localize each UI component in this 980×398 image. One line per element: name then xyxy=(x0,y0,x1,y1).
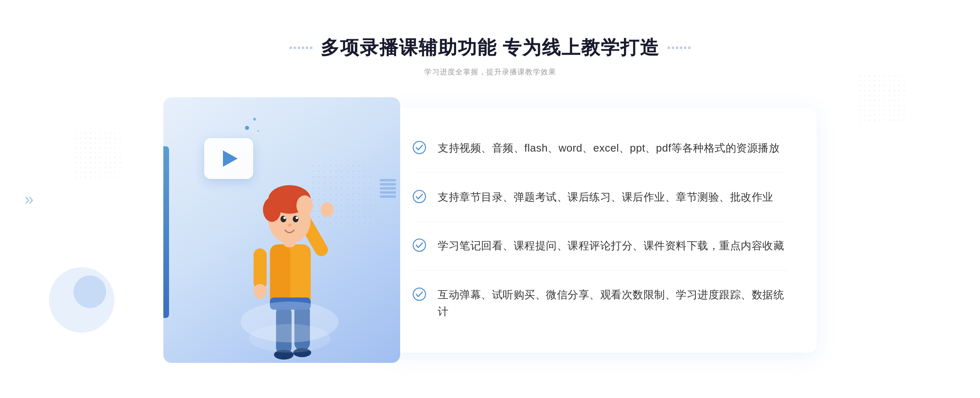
check-icon-3 xyxy=(412,238,426,252)
check-icon-2 xyxy=(412,190,426,203)
feature-item-3: 学习笔记回看、课程提问、课程评论打分、课件资料下载，重点内容收藏 xyxy=(412,237,788,255)
svg-point-10 xyxy=(254,284,267,299)
circle-decoration-2 xyxy=(74,275,106,308)
illustration-card xyxy=(163,97,400,363)
feature-text-3: 学习笔记回看、课程提问、课程评论打分、课件资料下载，重点内容收藏 xyxy=(438,237,784,255)
header-deco-left xyxy=(290,47,312,49)
check-icon-4 xyxy=(412,287,426,301)
page-header: 多项录播课辅助功能 专为线上教学打造 学习进度全掌握，提升录播课教学效果 xyxy=(290,35,691,77)
feature-item-1: 支持视频、音频、flash、word、excel、ppt、pdf等各种格式的资源… xyxy=(412,140,788,157)
svg-point-22 xyxy=(249,324,330,353)
feature-text-2: 支持章节目录、弹题考试、课后练习、课后作业、章节测验、批改作业 xyxy=(438,189,773,206)
svg-point-16 xyxy=(281,216,286,222)
features-panel: 支持视频、音频、flash、word、excel、ppt、pdf等各种格式的资源… xyxy=(384,107,817,353)
svg-point-17 xyxy=(293,216,298,222)
divider-2 xyxy=(412,221,788,222)
page-subtitle: 学习进度全掌握，提升录播课教学效果 xyxy=(290,67,691,77)
svg-point-14 xyxy=(263,197,281,222)
svg-point-15 xyxy=(296,195,313,216)
check-icon-1 xyxy=(412,141,426,154)
character-illustration xyxy=(223,150,354,363)
svg-point-19 xyxy=(296,217,298,219)
page-title: 多项录播课辅助功能 专为线上教学打造 xyxy=(321,35,660,60)
chevron-left-icon: » xyxy=(24,190,33,208)
svg-point-26 xyxy=(413,288,425,300)
svg-point-18 xyxy=(283,217,286,219)
svg-point-8 xyxy=(321,202,334,217)
svg-point-25 xyxy=(413,239,425,251)
feature-text-4: 互动弹幕、试听购买、微信分享、观看次数限制、学习进度跟踪、数据统计 xyxy=(438,286,788,320)
stripes-decoration xyxy=(380,179,396,198)
divider-1 xyxy=(412,172,788,173)
dot-pattern-right xyxy=(858,74,906,123)
dot-pattern-left xyxy=(74,131,122,180)
feature-item-4: 互动弹幕、试听购买、微信分享、观看次数限制、学习进度跟踪、数据统计 xyxy=(412,286,788,320)
svg-point-20 xyxy=(287,224,292,227)
accent-bar xyxy=(163,146,169,318)
feature-text-1: 支持视频、音频、flash、word、excel、ppt、pdf等各种格式的资源… xyxy=(438,140,780,157)
divider-3 xyxy=(412,270,788,271)
title-row: 多项录播课辅助功能 专为线上教学打造 xyxy=(290,35,691,60)
svg-rect-9 xyxy=(254,248,267,289)
svg-point-24 xyxy=(413,190,425,203)
main-content: 支持视频、音频、flash、word、excel、ppt、pdf等各种格式的资源… xyxy=(163,97,817,363)
svg-point-23 xyxy=(413,141,425,154)
header-deco-right xyxy=(668,47,690,49)
feature-item-2: 支持章节目录、弹题考试、课后练习、课后作业、章节测验、批改作业 xyxy=(412,189,788,206)
